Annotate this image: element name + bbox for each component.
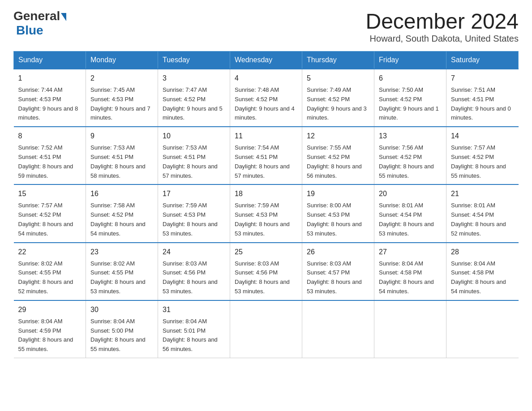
day-header-friday: Friday [374,51,446,69]
week-row: 8Sunrise: 7:52 AMSunset: 4:51 PMDaylight… [14,127,519,184]
calendar-cell: 21Sunrise: 8:01 AMSunset: 4:54 PMDayligh… [446,184,519,242]
day-header-thursday: Thursday [302,51,374,69]
day-info: Sunrise: 7:59 AMSunset: 4:53 PMDaylight:… [163,202,218,236]
day-info: Sunrise: 7:44 AMSunset: 4:53 PMDaylight:… [18,86,78,121]
calendar-cell: 13Sunrise: 7:56 AMSunset: 4:52 PMDayligh… [374,127,446,184]
day-number: 12 [307,131,369,141]
day-number: 7 [451,73,514,84]
calendar-cell: 17Sunrise: 7:59 AMSunset: 4:53 PMDayligh… [158,184,230,242]
day-number: 3 [163,73,225,84]
day-info: Sunrise: 8:04 AMSunset: 5:00 PMDaylight:… [90,318,146,352]
calendar-cell: 4Sunrise: 7:48 AMSunset: 4:52 PMDaylight… [230,69,302,127]
calendar-cell: 6Sunrise: 7:50 AMSunset: 4:52 PMDaylight… [374,69,446,127]
day-number: 14 [451,131,514,141]
location-subtitle: Howard, South Dakota, United States [365,34,519,44]
day-number: 10 [163,131,225,141]
day-info: Sunrise: 7:57 AMSunset: 4:52 PMDaylight:… [451,144,506,179]
week-row: 15Sunrise: 7:57 AMSunset: 4:52 PMDayligh… [14,184,519,242]
calendar-cell: 16Sunrise: 7:58 AMSunset: 4:52 PMDayligh… [86,184,158,242]
month-title: December 2024 [365,9,519,34]
calendar-cell: 30Sunrise: 8:04 AMSunset: 5:00 PMDayligh… [86,300,158,358]
day-info: Sunrise: 7:53 AMSunset: 4:51 PMDaylight:… [90,144,146,179]
day-info: Sunrise: 7:49 AMSunset: 4:52 PMDaylight:… [307,86,367,121]
calendar-cell: 1Sunrise: 7:44 AMSunset: 4:53 PMDaylight… [14,69,86,127]
calendar-cell: 27Sunrise: 8:04 AMSunset: 4:58 PMDayligh… [374,243,446,300]
calendar-cell: 2Sunrise: 7:45 AMSunset: 4:53 PMDaylight… [86,69,158,127]
calendar-cell: 14Sunrise: 7:57 AMSunset: 4:52 PMDayligh… [446,127,519,184]
calendar-cell: 9Sunrise: 7:53 AMSunset: 4:51 PMDaylight… [86,127,158,184]
day-info: Sunrise: 7:45 AMSunset: 4:53 PMDaylight:… [90,86,150,121]
calendar-cell: 3Sunrise: 7:47 AMSunset: 4:52 PMDaylight… [158,69,230,127]
day-info: Sunrise: 7:54 AMSunset: 4:51 PMDaylight:… [235,144,290,179]
day-info: Sunrise: 7:53 AMSunset: 4:51 PMDaylight:… [163,144,218,179]
day-number: 5 [307,73,369,84]
day-info: Sunrise: 7:52 AMSunset: 4:51 PMDaylight:… [18,144,73,179]
logo-general-text: General [13,9,60,23]
calendar-cell: 22Sunrise: 8:02 AMSunset: 4:55 PMDayligh… [14,243,86,300]
day-info: Sunrise: 7:51 AMSunset: 4:51 PMDaylight:… [451,86,511,121]
calendar-cell: 23Sunrise: 8:02 AMSunset: 4:55 PMDayligh… [86,243,158,300]
day-info: Sunrise: 8:04 AMSunset: 4:58 PMDaylight:… [379,260,434,295]
day-number: 28 [451,247,514,257]
day-number: 25 [235,247,297,257]
day-info: Sunrise: 8:03 AMSunset: 4:56 PMDaylight:… [235,260,290,295]
day-number: 20 [379,188,442,199]
calendar-cell [230,300,302,358]
day-info: Sunrise: 8:02 AMSunset: 4:55 PMDaylight:… [18,260,73,295]
day-number: 22 [18,247,82,257]
calendar-cell: 25Sunrise: 8:03 AMSunset: 4:56 PMDayligh… [230,243,302,300]
calendar-cell [302,300,374,358]
title-section: December 2024 Howard, South Dakota, Unit… [365,9,519,44]
day-header-wednesday: Wednesday [230,51,302,69]
day-header-sunday: Sunday [14,51,86,69]
logo-blue-text: Blue [16,23,43,37]
day-info: Sunrise: 8:04 AMSunset: 5:01 PMDaylight:… [163,318,218,352]
day-number: 23 [90,247,153,257]
calendar-cell: 24Sunrise: 8:03 AMSunset: 4:56 PMDayligh… [158,243,230,300]
calendar-body: 1Sunrise: 7:44 AMSunset: 4:53 PMDaylight… [14,69,519,358]
day-info: Sunrise: 8:03 AMSunset: 4:57 PMDaylight:… [307,260,362,295]
week-row: 22Sunrise: 8:02 AMSunset: 4:55 PMDayligh… [14,243,519,300]
calendar-cell [374,300,446,358]
calendar-cell [446,300,519,358]
day-number: 19 [307,188,369,199]
calendar-cell: 19Sunrise: 8:00 AMSunset: 4:53 PMDayligh… [302,184,374,242]
day-info: Sunrise: 7:48 AMSunset: 4:52 PMDaylight:… [235,86,295,121]
day-number: 30 [90,304,153,315]
week-row: 29Sunrise: 8:04 AMSunset: 4:59 PMDayligh… [14,300,519,358]
calendar-cell: 8Sunrise: 7:52 AMSunset: 4:51 PMDaylight… [14,127,86,184]
days-of-week-row: SundayMondayTuesdayWednesdayThursdayFrid… [14,51,519,69]
day-number: 16 [90,188,153,199]
day-number: 11 [235,131,297,141]
day-number: 13 [379,131,442,141]
calendar-cell: 15Sunrise: 7:57 AMSunset: 4:52 PMDayligh… [14,184,86,242]
day-info: Sunrise: 8:04 AMSunset: 4:59 PMDaylight:… [18,318,73,352]
day-header-tuesday: Tuesday [158,51,230,69]
day-number: 26 [307,247,369,257]
day-number: 31 [163,304,225,315]
calendar-cell: 26Sunrise: 8:03 AMSunset: 4:57 PMDayligh… [302,243,374,300]
day-number: 6 [379,73,442,84]
day-info: Sunrise: 7:47 AMSunset: 4:52 PMDaylight:… [163,86,223,121]
calendar-cell: 7Sunrise: 7:51 AMSunset: 4:51 PMDaylight… [446,69,519,127]
day-info: Sunrise: 8:01 AMSunset: 4:54 PMDaylight:… [379,202,434,236]
calendar-cell: 12Sunrise: 7:55 AMSunset: 4:52 PMDayligh… [302,127,374,184]
day-number: 24 [163,247,225,257]
calendar-cell: 31Sunrise: 8:04 AMSunset: 5:01 PMDayligh… [158,300,230,358]
day-number: 2 [90,73,153,84]
day-number: 21 [451,188,514,199]
logo-triangle-icon [61,13,66,21]
day-info: Sunrise: 7:50 AMSunset: 4:52 PMDaylight:… [379,86,439,121]
day-info: Sunrise: 7:59 AMSunset: 4:53 PMDaylight:… [235,202,290,236]
day-info: Sunrise: 7:56 AMSunset: 4:52 PMDaylight:… [379,144,434,179]
calendar-table: SundayMondayTuesdayWednesdayThursdayFrid… [13,51,519,358]
day-number: 17 [163,188,225,199]
week-row: 1Sunrise: 7:44 AMSunset: 4:53 PMDaylight… [14,69,519,127]
day-number: 9 [90,131,153,141]
day-info: Sunrise: 7:55 AMSunset: 4:52 PMDaylight:… [307,144,362,179]
day-number: 1 [18,73,82,84]
day-header-monday: Monday [86,51,158,69]
calendar-cell: 28Sunrise: 8:04 AMSunset: 4:58 PMDayligh… [446,243,519,300]
calendar-cell: 29Sunrise: 8:04 AMSunset: 4:59 PMDayligh… [14,300,86,358]
calendar-header: SundayMondayTuesdayWednesdayThursdayFrid… [14,51,519,69]
